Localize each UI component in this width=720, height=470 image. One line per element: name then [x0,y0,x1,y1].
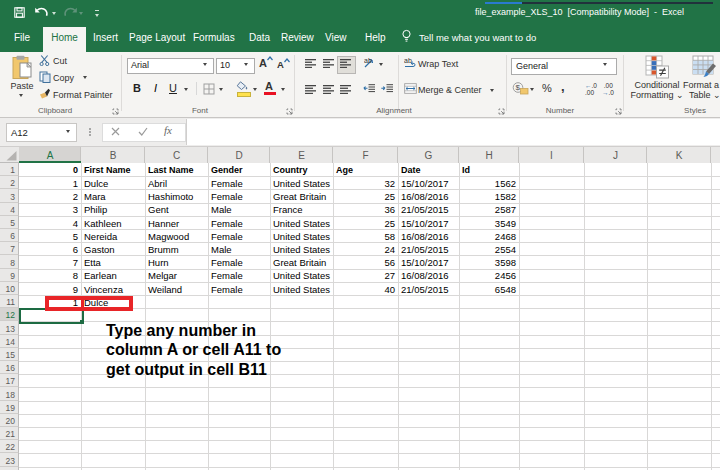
svg-text:$: $ [515,83,520,92]
svg-text:ab: ab [364,57,372,64]
